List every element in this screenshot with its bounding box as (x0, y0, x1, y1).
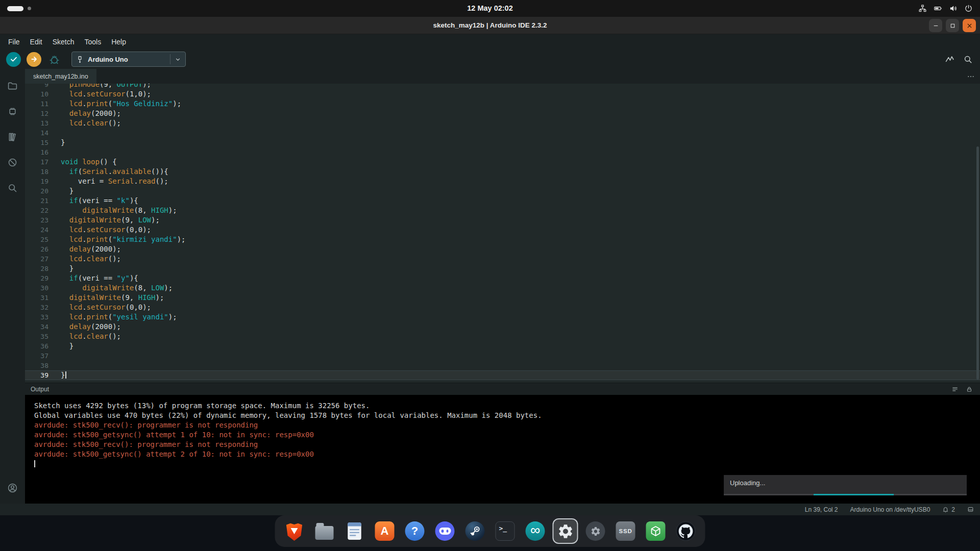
text-editor-icon (346, 521, 363, 541)
window-titlebar[interactable]: sketch_may12b | Arduino IDE 2.3.2 (0, 17, 980, 34)
code-line-10[interactable]: 10 lcd.setCursor(1,0); (25, 89, 980, 99)
sidebar-account[interactable] (0, 475, 25, 500)
code-line-26[interactable]: 26 delay(2000); (25, 244, 980, 254)
dock-steam[interactable] (463, 519, 487, 543)
dock: A?>_∞SSD (275, 515, 705, 547)
menu-file[interactable]: File (3, 34, 25, 49)
sidebar-sketchbook[interactable] (0, 73, 25, 98)
dock-brave[interactable] (283, 519, 306, 543)
notifications-indicator[interactable]: 2 (942, 506, 955, 513)
code-line-31[interactable]: 31 digitalWrite(9, HIGH); (25, 293, 980, 303)
code-line-12[interactable]: 12 delay(2000); (25, 109, 980, 118)
output-panel-header: Output (25, 383, 980, 395)
dock-app-center[interactable]: A (373, 519, 397, 543)
line-number: 14 (25, 128, 48, 138)
code-line-11[interactable]: 11 lcd.print("Hos Geldiniz"); (25, 99, 980, 109)
code-line-13[interactable]: 13 lcd.clear(); (25, 118, 980, 128)
code-line-22[interactable]: 22 digitalWrite(8, HIGH); (25, 206, 980, 215)
code-line-15[interactable]: 15} (25, 138, 980, 147)
line-number: 10 (25, 89, 48, 99)
maximize-button[interactable] (946, 19, 959, 32)
tab-sketch[interactable]: sketch_may12b.ino (25, 69, 96, 84)
board-icon (7, 106, 18, 117)
code-line-30[interactable]: 30 digitalWrite(8, LOW); (25, 283, 980, 293)
ssd-tool-icon: SSD (616, 521, 635, 541)
volume-icon[interactable] (949, 4, 958, 13)
dock-help[interactable]: ? (403, 519, 427, 543)
verify-button[interactable] (6, 52, 21, 67)
menu-tools[interactable]: Tools (80, 34, 107, 49)
sidebar-library-manager[interactable] (0, 124, 25, 149)
dock-discord[interactable] (433, 519, 457, 543)
minimize-button[interactable] (929, 19, 942, 32)
serial-plotter-icon[interactable] (945, 55, 955, 64)
sidebar-search[interactable] (0, 175, 25, 201)
code-line-21[interactable]: 21 if(veri == "k"){ (25, 196, 980, 206)
debug-button[interactable] (47, 52, 62, 67)
code-line-32[interactable]: 32 lcd.setCursor(0,0); (25, 303, 980, 312)
code-line-36[interactable]: 36 } (25, 341, 980, 351)
code-line-19[interactable]: 19 veri = Serial.read(); (25, 177, 980, 186)
network-icon[interactable] (918, 4, 927, 13)
menu-sketch[interactable]: Sketch (47, 34, 80, 49)
dock-package-manager[interactable] (644, 519, 668, 543)
dock-preferences[interactable] (584, 519, 607, 543)
power-icon[interactable] (964, 4, 973, 13)
code-line-20[interactable]: 20 } (25, 186, 980, 196)
tab-actions-ellipsis-icon[interactable] (967, 69, 975, 84)
dock-arduino-ide[interactable]: ∞ (524, 519, 547, 543)
dock-ssd-tool[interactable]: SSD (614, 519, 638, 543)
code-line-23[interactable]: 23 digitalWrite(9, LOW); (25, 215, 980, 225)
line-number: 13 (25, 118, 48, 128)
code-line-25[interactable]: 25 lcd.print("kirmizi yandi"); (25, 235, 980, 244)
dock-text-editor[interactable] (343, 519, 366, 543)
dock-files[interactable] (313, 519, 336, 543)
clear-output-icon[interactable] (951, 386, 959, 393)
code-text: delay(2000); (48, 322, 121, 332)
window-title: sketch_may12b | Arduino IDE 2.3.2 (0, 17, 980, 34)
code-line-39[interactable]: 39} (25, 370, 980, 380)
dock-terminal[interactable]: >_ (494, 519, 517, 543)
code-line-33[interactable]: 33 lcd.print("yesil yandi"); (25, 312, 980, 322)
chevron-down-icon (170, 54, 181, 64)
line-number: 19 (25, 177, 48, 186)
code-line-28[interactable]: 28 } (25, 264, 980, 273)
output-title: Output (31, 386, 49, 393)
code-line-16[interactable]: 16 (25, 147, 980, 157)
toggle-panel-icon[interactable] (967, 506, 974, 513)
code-line-17[interactable]: 17void loop() { (25, 157, 980, 167)
board-port[interactable]: Arduino Uno on /dev/ttyUSB0 (850, 506, 930, 513)
code-line-37[interactable]: 37 (25, 351, 980, 361)
close-button[interactable] (963, 19, 976, 32)
upload-button[interactable] (27, 52, 41, 67)
dock-github[interactable] (674, 519, 698, 543)
battery-icon[interactable] (934, 4, 942, 13)
upload-notification: Uploading... (724, 475, 967, 495)
upload-arrow-icon (30, 55, 38, 63)
code-line-34[interactable]: 34 delay(2000); (25, 322, 980, 332)
code-line-38[interactable]: 38 (25, 361, 980, 370)
menu-edit[interactable]: Edit (25, 34, 47, 49)
code-line-14[interactable]: 14 (25, 128, 980, 138)
scroll-lock-icon[interactable] (966, 386, 973, 393)
code-line-27[interactable]: 27 lcd.clear(); (25, 254, 980, 264)
code-editor[interactable]: 9 pinMode(9, OUTPUT);10 lcd.setCursor(1,… (25, 84, 980, 383)
code-text: lcd.setCursor(1,0); (48, 89, 151, 99)
code-line-35[interactable]: 35 lcd.clear(); (25, 332, 980, 341)
board-selector[interactable]: Arduino Uno (71, 52, 186, 67)
serial-monitor-icon[interactable] (963, 55, 973, 64)
line-number: 21 (25, 196, 48, 206)
code-line-9[interactable]: 9 pinMode(9, OUTPUT); (25, 84, 980, 89)
system-clock[interactable]: 12 May 02:02 (0, 0, 980, 17)
settings-gear-icon (557, 523, 574, 540)
code-line-24[interactable]: 24 lcd.setCursor(0,0); (25, 225, 980, 235)
menu-help[interactable]: Help (106, 34, 131, 49)
code-line-29[interactable]: 29 if(veri == "y"){ (25, 273, 980, 283)
code-line-18[interactable]: 18 if(Serial.available()){ (25, 167, 980, 177)
console-cursor (34, 460, 35, 467)
sidebar-boards-manager[interactable] (0, 98, 25, 124)
cursor-position[interactable]: Ln 39, Col 2 (805, 506, 838, 513)
dock-settings[interactable] (554, 519, 577, 543)
editor-scrollbar[interactable] (976, 146, 979, 380)
sidebar-debugger[interactable] (0, 149, 25, 175)
